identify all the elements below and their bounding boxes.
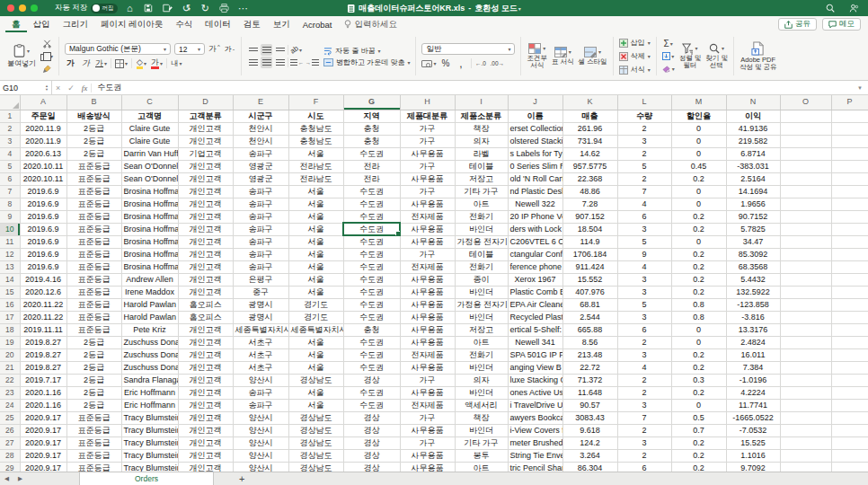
cell-M10[interactable]: 0.2 <box>671 223 726 235</box>
row-header-28[interactable]: 28 <box>0 449 20 462</box>
cell-P7[interactable] <box>831 185 868 198</box>
sort-filter-button[interactable]: ▾ 정렬 및 필터 <box>679 43 702 70</box>
cell-G26[interactable]: 경상 <box>343 424 400 436</box>
cell-H27[interactable]: 가구 <box>400 436 455 449</box>
cell-H6[interactable]: 사무용품 <box>400 172 455 185</box>
insert-cells-button[interactable]: 삽입▾ <box>619 38 651 48</box>
cell-L16[interactable]: 5 <box>617 298 671 311</box>
cell-I16[interactable]: 가정용 전자기기 <box>455 298 508 311</box>
cell-H22[interactable]: 가구 <box>400 374 455 386</box>
cell-G19[interactable]: 수도권 <box>343 336 400 348</box>
cell-C28[interactable]: Tracy Blumstein <box>121 449 178 462</box>
cell-C4[interactable]: Darrin Van Huff <box>121 147 178 160</box>
cell-N9[interactable]: 90.7152 <box>726 210 780 223</box>
cell-L3[interactable]: 3 <box>617 135 671 147</box>
cell-J9[interactable]: 20 IP Phone Vo <box>508 210 562 223</box>
cell-F24[interactable]: 서울 <box>288 399 343 411</box>
cell-L18[interactable]: 6 <box>617 323 671 336</box>
cell-B14[interactable]: 표준등급 <box>66 273 121 286</box>
cell-C15[interactable]: Irene Maddox <box>121 286 178 298</box>
cell-J3[interactable]: olstered Stackin <box>508 135 562 147</box>
cell-P23[interactable] <box>831 386 868 399</box>
column-header-D[interactable]: D <box>178 95 233 110</box>
wrap-text-button[interactable]: 자동 줄 바꿈▾ <box>323 45 410 56</box>
cell-M27[interactable]: 0.2 <box>671 436 726 449</box>
cell-M22[interactable]: 0.3 <box>671 374 726 386</box>
cell-L22[interactable]: 2 <box>617 374 671 386</box>
cell-F22[interactable]: 경상남도 <box>288 374 343 386</box>
formula-bar-expand-icon[interactable]: ▼ <box>857 85 868 91</box>
cell-K15[interactable]: 407.976 <box>562 286 617 298</box>
cell-C2[interactable]: Claire Gute <box>121 122 178 135</box>
add-sheet-button[interactable]: + <box>239 474 244 484</box>
cell-L9[interactable]: 6 <box>617 210 671 223</box>
cell-B6[interactable]: 표준등급 <box>66 172 121 185</box>
align-middle-button[interactable] <box>261 44 272 56</box>
cell-G16[interactable]: 수도권 <box>343 298 400 311</box>
font-color-button[interactable]: 가▾ <box>151 57 163 69</box>
cell-D29[interactable]: 개인고객 <box>178 462 233 472</box>
cell-B12[interactable]: 표준등급 <box>66 248 121 260</box>
column-header-E[interactable]: E <box>233 95 288 110</box>
cell-G22[interactable]: 경상 <box>343 374 400 386</box>
cell-L20[interactable]: 3 <box>617 348 671 361</box>
cell-B23[interactable]: 2등급 <box>66 386 121 399</box>
cell-N11[interactable]: 34.47 <box>726 235 780 248</box>
cell-K18[interactable]: 665.88 <box>562 323 617 336</box>
format-painter-button[interactable] <box>40 63 53 75</box>
cell-H24[interactable]: 전자제품 <box>400 399 455 411</box>
cell-B25[interactable]: 표준등급 <box>66 411 121 424</box>
copy-button[interactable]: ▾ <box>40 50 53 62</box>
cell-F18[interactable]: 세종특별자치시 <box>288 323 343 336</box>
cell-C3[interactable]: Claire Gute <box>121 135 178 147</box>
cell-B28[interactable]: 표준등급 <box>66 449 121 462</box>
row-header-15[interactable]: 15 <box>0 286 20 298</box>
cell-D8[interactable]: 개인고객 <box>178 198 233 210</box>
cell-N19[interactable]: 2.4824 <box>726 336 780 348</box>
memo-button[interactable]: 메모 <box>822 18 861 31</box>
formula-bar-value[interactable]: 수도권 <box>92 82 127 93</box>
cell-I19[interactable]: 아트 <box>455 336 508 348</box>
cell-K27[interactable]: 124.2 <box>562 436 617 449</box>
cell-I6[interactable]: 저장고 <box>455 172 508 185</box>
cell-D19[interactable]: 개인고객 <box>178 336 233 348</box>
cell-P5[interactable] <box>831 160 868 172</box>
cell-J1[interactable]: 이름 <box>508 110 562 122</box>
enter-icon[interactable]: ✓ <box>64 84 78 93</box>
cell-C22[interactable]: Sandra Flanagan <box>121 374 178 386</box>
cell-N7[interactable]: 14.1694 <box>726 185 780 198</box>
cell-N26[interactable]: -7.0532 <box>726 424 780 436</box>
cell-J2[interactable]: erset Collection <box>508 122 562 135</box>
cell-I13[interactable]: 전화기 <box>455 260 508 273</box>
row-header-14[interactable]: 14 <box>0 273 20 286</box>
cell-C10[interactable]: Brosina Hoffman <box>121 223 178 235</box>
cell-L21[interactable]: 4 <box>617 361 671 374</box>
cell-J15[interactable]: Plastic Comb B <box>508 286 562 298</box>
cell-F7[interactable]: 서울 <box>288 185 343 198</box>
row-header-8[interactable]: 8 <box>0 198 20 210</box>
cell-N10[interactable]: 5.7825 <box>726 223 780 235</box>
cell-K13[interactable]: 911.424 <box>562 260 617 273</box>
cell-H3[interactable]: 가구 <box>400 135 455 147</box>
cell-D22[interactable]: 개인고객 <box>178 374 233 386</box>
cell-B10[interactable]: 표준등급 <box>66 223 121 235</box>
cell-M20[interactable]: 0.2 <box>671 348 726 361</box>
autosave-switch[interactable]: 꺼짐 <box>91 4 118 13</box>
cell-H10[interactable]: 사무용품 <box>400 223 455 235</box>
column-header-I[interactable]: I <box>455 95 508 110</box>
cell-M17[interactable]: 0.8 <box>671 311 726 323</box>
cell-H1[interactable]: 제품대분류 <box>400 110 455 122</box>
cell-M28[interactable]: 0.2 <box>671 449 726 462</box>
cell-E28[interactable]: 양산시 <box>233 449 288 462</box>
cell-D20[interactable]: 개인고객 <box>178 348 233 361</box>
cell-G10[interactable]: 수도권 <box>343 223 400 235</box>
cell-K26[interactable]: 9.618 <box>562 424 617 436</box>
cell-A14[interactable]: 2019.4.16 <box>20 273 66 286</box>
cell-G23[interactable]: 수도권 <box>343 386 400 399</box>
cell-N8[interactable]: 1.9656 <box>726 198 780 210</box>
cell-B29[interactable]: 표준등급 <box>66 462 121 472</box>
cell-F8[interactable]: 서울 <box>288 198 343 210</box>
column-header-G[interactable]: G <box>343 95 400 110</box>
cell-C26[interactable]: Tracy Blumstein <box>121 424 178 436</box>
cell-A28[interactable]: 2020.9.17 <box>20 449 66 462</box>
